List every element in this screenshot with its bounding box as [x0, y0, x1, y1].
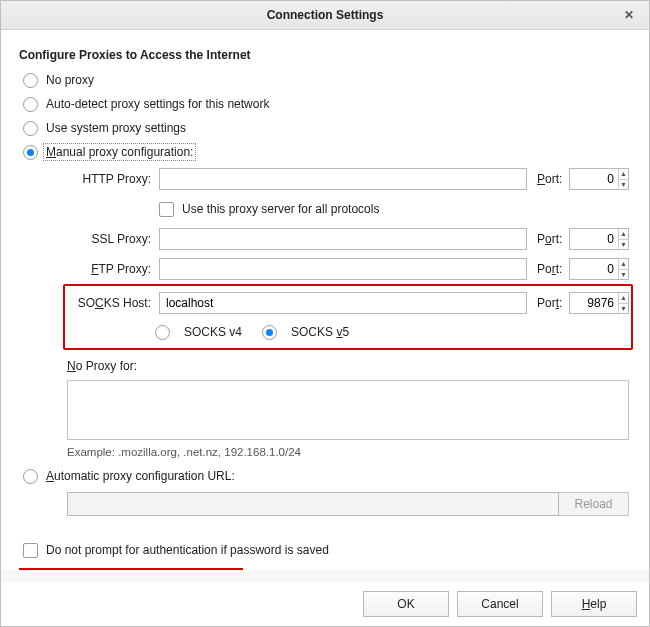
http-proxy-label: HTTP Proxy: [67, 172, 155, 186]
no-proxy-for-label: No Proxy for: [67, 354, 631, 378]
radio-no-proxy[interactable]: No proxy [19, 68, 631, 92]
titlebar: Connection Settings ✕ [1, 1, 649, 30]
dialog-window: Connection Settings ✕ Configure Proxies … [0, 0, 650, 627]
checkbox-label: Do not prompt for authentication if pass… [46, 543, 329, 557]
no-proxy-example: Example: .mozilla.org, .net.nz, 192.168.… [67, 446, 631, 458]
radio-label: Automatic proxy configuration URL: [46, 469, 235, 483]
port-label: Port: [537, 172, 565, 186]
stepper-arrows-icon[interactable]: ▲▼ [618, 229, 628, 249]
checkbox-icon [23, 543, 38, 558]
radio-label: No proxy [46, 73, 94, 87]
http-port-stepper[interactable]: ▲▼ [569, 168, 629, 190]
proxy-grid: HTTP Proxy: Port: ▲▼ Use this proxy serv… [67, 164, 629, 350]
ssl-proxy-label: SSL Proxy: [67, 232, 155, 246]
radio-icon [23, 73, 38, 88]
radio-socks-v5[interactable]: SOCKS v5 [291, 325, 349, 339]
ssl-port-input[interactable] [570, 231, 618, 247]
ssl-proxy-row: SSL Proxy: Port: ▲▼ [67, 224, 629, 254]
ftp-proxy-row: FTP Proxy: Port: ▲▼ [67, 254, 629, 284]
socks-port-input[interactable] [570, 295, 618, 311]
port-label: Port: [537, 296, 565, 310]
highlight-proxy-dns: Proxy DNS when using SOCKS v5 [19, 568, 243, 570]
socks-host-row: SOCKS Host: Port: ▲▼ [67, 288, 629, 318]
http-proxy-row: HTTP Proxy: Port: ▲▼ [67, 164, 629, 194]
ok-button[interactable]: OK [363, 591, 449, 617]
radio-icon [23, 145, 38, 160]
radio-label: Use system proxy settings [46, 121, 186, 135]
help-button[interactable]: Help [551, 591, 637, 617]
port-label: Port: [537, 232, 565, 246]
ftp-port-input[interactable] [570, 261, 618, 277]
radio-icon[interactable] [262, 325, 277, 340]
ssl-port-stepper[interactable]: ▲▼ [569, 228, 629, 250]
ssl-proxy-input[interactable] [159, 228, 527, 250]
radio-auto-config-url[interactable]: Automatic proxy configuration URL: [19, 464, 631, 488]
dialog-footer: OK Cancel Help [1, 582, 649, 626]
pac-url-row: Reload [67, 492, 629, 518]
use-all-protocols[interactable]: Use this proxy server for all protocols [159, 194, 629, 224]
content-area: Configure Proxies to Access the Internet… [1, 30, 649, 570]
close-icon[interactable]: ✕ [615, 1, 643, 29]
reload-button: Reload [559, 492, 629, 516]
stepper-arrows-icon[interactable]: ▲▼ [618, 293, 628, 313]
radio-system-proxy[interactable]: Use system proxy settings [19, 116, 631, 140]
highlight-socks: SOCKS Host: Port: ▲▼ SOCKS v4 SOCKS v5 [63, 284, 633, 350]
stepper-arrows-icon[interactable]: ▲▼ [618, 169, 628, 189]
radio-icon [23, 121, 38, 136]
pac-url-input [67, 492, 559, 516]
radio-icon [23, 97, 38, 112]
radio-auto-detect[interactable]: Auto-detect proxy settings for this netw… [19, 92, 631, 116]
check-no-auth-prompt[interactable]: Do not prompt for authentication if pass… [19, 538, 631, 562]
radio-label: Manual proxy configuration: [43, 143, 196, 161]
checkbox-label: Use this proxy server for all protocols [182, 202, 379, 216]
ftp-proxy-input[interactable] [159, 258, 527, 280]
socks-port-stepper[interactable]: ▲▼ [569, 292, 629, 314]
socks-host-label: SOCKS Host: [67, 296, 155, 310]
http-proxy-input[interactable] [159, 168, 527, 190]
socks-host-input[interactable] [159, 292, 527, 314]
section-header: Configure Proxies to Access the Internet [19, 48, 631, 62]
stepper-arrows-icon[interactable]: ▲▼ [618, 259, 628, 279]
radio-icon[interactable] [155, 325, 170, 340]
radio-manual[interactable]: Manual proxy configuration: [19, 140, 631, 164]
no-proxy-for-input[interactable] [67, 380, 629, 440]
http-port-input[interactable] [570, 171, 618, 187]
port-label: Port: [537, 262, 565, 276]
ftp-port-stepper[interactable]: ▲▼ [569, 258, 629, 280]
ftp-proxy-label: FTP Proxy: [67, 262, 155, 276]
checkbox-icon [159, 202, 174, 217]
radio-label: Auto-detect proxy settings for this netw… [46, 97, 269, 111]
cancel-button[interactable]: Cancel [457, 591, 543, 617]
socks-version-row: SOCKS v4 SOCKS v5 [155, 318, 629, 346]
radio-socks-v4[interactable]: SOCKS v4 [184, 325, 242, 339]
window-title: Connection Settings [267, 8, 384, 22]
radio-icon [23, 469, 38, 484]
